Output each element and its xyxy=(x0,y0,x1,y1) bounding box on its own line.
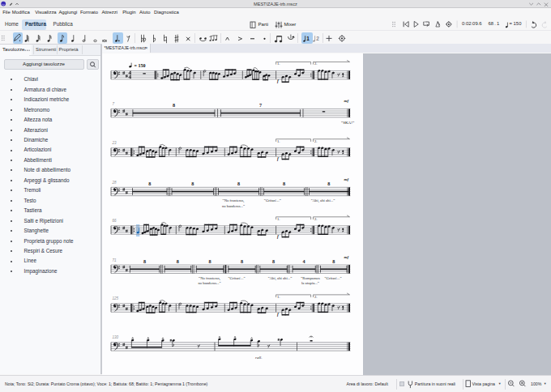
svg-text:8: 8 xyxy=(148,181,151,186)
svg-text:f: f xyxy=(277,234,280,239)
svg-text:f: f xyxy=(277,156,280,161)
svg-text:8: 8 xyxy=(143,258,146,264)
svg-text:8: 8 xyxy=(272,258,275,264)
svg-text:no banderas...”: no banderas...” xyxy=(198,281,220,285)
svg-text:8: 8 xyxy=(237,181,240,186)
svg-text:“SKA!”: “SKA!” xyxy=(341,121,354,125)
svg-text:8: 8 xyxy=(191,181,194,186)
svg-text:la utopia...”: la utopia...” xyxy=(301,281,319,285)
svg-text:7: 7 xyxy=(259,102,262,108)
svg-text:“Gritaré...”: “Gritaré...” xyxy=(229,276,246,280)
svg-text:“No fronteras,: “No fronteras, xyxy=(223,198,245,203)
svg-text:2.: 2. xyxy=(314,139,317,143)
svg-text:2.: 2. xyxy=(314,217,317,221)
svg-text:2.: 2. xyxy=(314,295,317,299)
svg-text:2.: 2. xyxy=(314,62,317,66)
svg-text:4: 4 xyxy=(303,258,305,264)
svg-text:130: 130 xyxy=(113,335,119,339)
svg-text:mf: mf xyxy=(344,99,350,103)
svg-text:1.: 1. xyxy=(277,139,280,143)
svg-text:8: 8 xyxy=(283,181,285,186)
svg-text:28: 28 xyxy=(112,181,117,185)
svg-text:7: 7 xyxy=(113,102,115,106)
svg-text:mf: mf xyxy=(344,255,350,259)
svg-text:23: 23 xyxy=(112,141,117,145)
svg-text:8: 8 xyxy=(332,258,335,264)
svg-text:f: f xyxy=(277,79,280,83)
svg-text:66: 66 xyxy=(113,219,117,223)
svg-text:“Rompamos: “Rompamos xyxy=(301,276,320,280)
svg-text:8: 8 xyxy=(241,258,243,264)
svg-text:8: 8 xyxy=(327,181,330,186)
svg-text:8: 8 xyxy=(173,102,175,108)
svg-text:mf: mf xyxy=(344,177,350,181)
svg-text:8: 8 xyxy=(177,258,179,264)
svg-text:1.: 1. xyxy=(277,217,280,221)
svg-text:no banderas...”: no banderas...” xyxy=(222,204,245,208)
svg-text:1.: 1. xyxy=(277,62,280,66)
svg-text:“Gritaré...”: “Gritaré...” xyxy=(264,198,281,202)
svg-text:“Gritaré...”: “Gritaré...” xyxy=(325,276,342,280)
svg-text:“Ahi, ahi ahi...”: “Ahi, ahi ahi...” xyxy=(268,276,293,281)
svg-text:71: 71 xyxy=(113,258,117,262)
svg-text:“Ahi, ahi ahi...”: “Ahi, ahi ahi...” xyxy=(311,198,335,203)
svg-text:= 150: = 150 xyxy=(135,63,146,68)
svg-text:rall.: rall. xyxy=(255,356,262,360)
svg-text:1.: 1. xyxy=(277,295,280,299)
svg-text:f: f xyxy=(277,312,280,317)
svg-text:125: 125 xyxy=(113,296,119,300)
svg-text:8: 8 xyxy=(209,258,211,264)
